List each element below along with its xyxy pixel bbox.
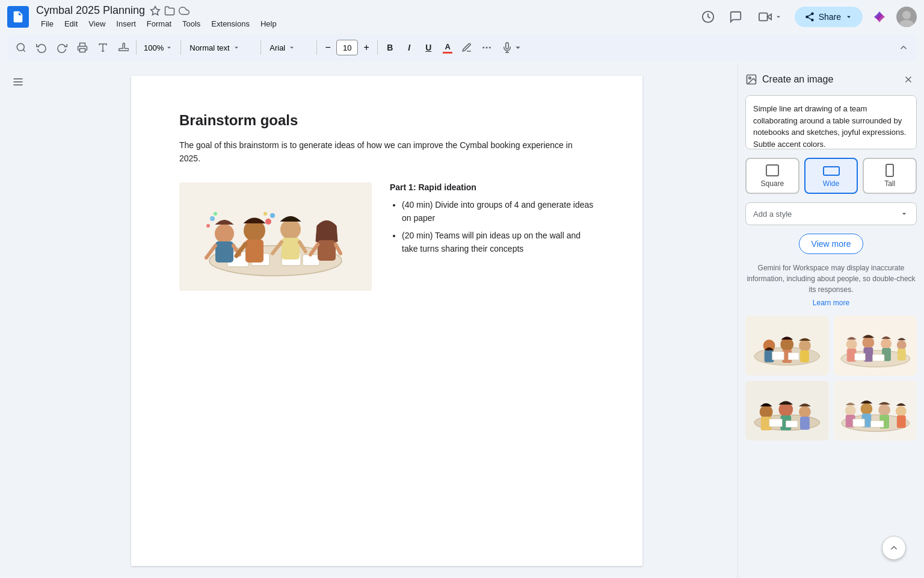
shape-options: Square Wide Tall [745, 158, 917, 194]
learn-more-link[interactable]: Learn more [745, 299, 917, 307]
scroll-up-button[interactable] [882, 536, 906, 560]
svg-point-44 [214, 212, 217, 216]
generated-image-1[interactable] [745, 315, 829, 376]
text-color-button[interactable]: A [439, 39, 456, 56]
doc-title-area: Cymbal 2025 Planning File Edit View Inse… [36, 4, 282, 30]
top-right-actions: Share [697, 6, 917, 28]
style-dropdown[interactable]: Add a style [745, 202, 917, 225]
shape-square[interactable]: Square [745, 158, 799, 194]
font-selector[interactable]: Arial [265, 41, 313, 55]
dropdown-arrow-icon [899, 209, 909, 219]
svg-rect-59 [800, 350, 809, 362]
menu-tools[interactable]: Tools [177, 18, 205, 30]
svg-point-5 [17, 43, 24, 51]
menu-format[interactable]: Format [142, 18, 176, 30]
disclaimer-text: Gemini for Workspace may display inaccur… [745, 263, 917, 295]
svg-point-24 [215, 224, 234, 243]
underline-button[interactable]: U [420, 39, 437, 56]
image-grid [745, 315, 917, 441]
search-button[interactable] [12, 40, 30, 55]
svg-rect-95 [870, 421, 884, 427]
svg-point-11 [486, 47, 488, 49]
undo-button[interactable] [32, 40, 51, 55]
comments-button[interactable] [725, 6, 747, 28]
svg-rect-71 [897, 349, 905, 361]
share-button[interactable]: Share [795, 7, 863, 27]
paint-format-button[interactable] [114, 40, 132, 55]
generated-image-3[interactable] [745, 381, 829, 441]
meet-button[interactable] [753, 7, 789, 27]
collapse-toolbar-button[interactable] [895, 39, 912, 56]
style-placeholder: Add a style [753, 210, 792, 219]
panel-title-area: Create an image [745, 73, 833, 85]
doc-title-row: Cymbal 2025 Planning [36, 4, 282, 17]
svg-point-10 [483, 47, 485, 49]
svg-point-12 [489, 47, 491, 49]
zoom-selector[interactable]: 100% [140, 41, 177, 55]
highlight-button[interactable] [458, 39, 475, 56]
svg-point-88 [860, 403, 872, 415]
generated-image-2[interactable] [834, 315, 917, 376]
doc-page: Brainstorm goals The goal of this brains… [131, 76, 642, 566]
view-more-button[interactable]: View more [799, 234, 864, 254]
view-more-label: View more [812, 239, 851, 249]
svg-point-66 [862, 337, 874, 349]
menu-edit[interactable]: Edit [60, 18, 82, 30]
text-style-selector[interactable]: Normal text [185, 41, 257, 55]
svg-rect-25 [215, 241, 233, 263]
font-size-input[interactable] [336, 40, 358, 55]
svg-point-92 [895, 406, 906, 417]
menu-insert[interactable]: Insert [111, 18, 141, 30]
separator-2 [180, 40, 181, 55]
svg-rect-72 [854, 353, 865, 361]
doc-area[interactable]: Brainstorm goals The goal of this brains… [36, 64, 738, 578]
svg-rect-83 [786, 421, 798, 427]
svg-point-76 [760, 405, 773, 418]
history-button[interactable] [697, 6, 719, 28]
menu-extensions[interactable]: Extensions [206, 18, 254, 30]
menu-file[interactable]: File [36, 18, 58, 30]
svg-point-32 [270, 213, 275, 218]
cloud-icon[interactable] [179, 5, 189, 16]
shape-tall[interactable]: Tall [863, 158, 917, 194]
separator-4 [316, 40, 317, 55]
spellcheck-button[interactable] [94, 40, 112, 55]
more-options-button[interactable] [478, 40, 496, 55]
generated-image-4[interactable] [834, 381, 917, 441]
font-size-decrease[interactable]: − [321, 40, 335, 55]
svg-point-86 [845, 405, 855, 416]
svg-rect-61 [788, 353, 799, 360]
shape-tall-label: Tall [884, 179, 895, 188]
sidebar-toggle[interactable] [7, 71, 29, 93]
shape-wide[interactable]: Wide [804, 158, 858, 194]
redo-button[interactable] [53, 40, 71, 55]
doc-right-content: Part 1: Rapid ideation (40 min) Divide i… [390, 182, 594, 259]
svg-point-70 [896, 340, 906, 350]
gemini-button[interactable] [869, 6, 890, 28]
folder-icon[interactable] [164, 5, 175, 16]
svg-rect-73 [872, 355, 884, 361]
toolbar: 100% Normal text Arial − + B I U A [7, 34, 917, 61]
app-icon [7, 6, 29, 28]
bullet-list: (40 min) Divide into groups of 4 and gen… [390, 198, 594, 256]
doc-title-text: Cymbal 2025 Planning [36, 4, 145, 17]
svg-rect-51 [886, 164, 893, 176]
italic-button[interactable]: I [401, 39, 417, 56]
svg-point-3 [902, 11, 911, 19]
menu-help[interactable]: Help [256, 18, 282, 30]
svg-marker-0 [151, 6, 160, 14]
panel-close-button[interactable] [900, 71, 917, 88]
font-size-increase[interactable]: + [359, 40, 374, 55]
svg-point-43 [206, 224, 210, 228]
separator-1 [136, 40, 137, 55]
voice-input-button[interactable] [498, 40, 527, 55]
print-button[interactable] [73, 40, 91, 55]
user-avatar[interactable] [896, 7, 917, 27]
menu-view[interactable]: View [84, 18, 110, 30]
star-icon[interactable] [150, 5, 161, 16]
bold-button[interactable]: B [381, 39, 398, 56]
shape-wide-label: Wide [823, 179, 839, 188]
svg-rect-94 [852, 419, 864, 427]
doc-body-text: The goal of this brainstorm is to genera… [179, 138, 594, 166]
prompt-textarea[interactable]: Simple line art drawing of a team collab… [745, 95, 917, 149]
